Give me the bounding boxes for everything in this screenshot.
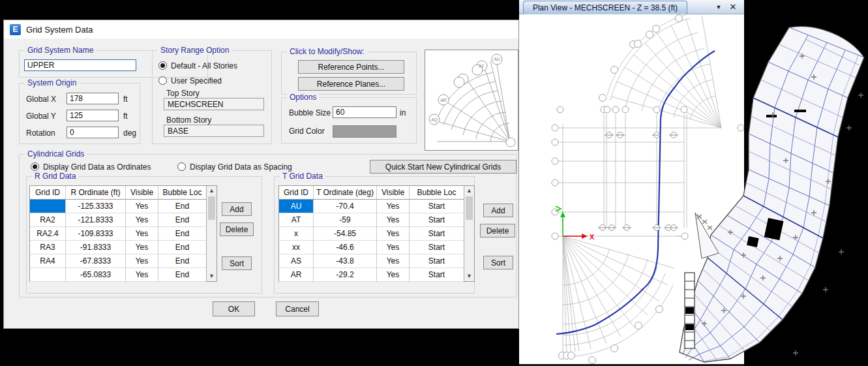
preview-bubble-at: AT (479, 64, 485, 69)
preview-bubble-au: AU (494, 57, 500, 61)
t-grid-delete-button[interactable]: Delete (480, 224, 515, 237)
story-range-label: Story Range Option (158, 46, 232, 55)
scrollbar-thumb[interactable] (208, 196, 215, 220)
display-ordinates-label: Display Grid Data as Ordinates (43, 162, 151, 172)
scroll-down-icon[interactable]: ▼ (207, 271, 217, 281)
default-all-stories-radio[interactable] (158, 61, 167, 70)
cylindrical-grids-group: Cylindrical Grids Display Grid Data as O… (19, 154, 517, 297)
user-specified-radio[interactable] (158, 76, 167, 85)
rotation-input[interactable]: 0 (67, 127, 119, 138)
r-grid-header-row: Grid ID R Ordinate (ft) Visible Bubble L… (30, 186, 217, 200)
table-row[interactable]: xx -46.6 Yes Start (279, 241, 474, 254)
t-col-bubble-loc: Bubble Loc (410, 186, 464, 199)
table-row[interactable]: RA3 -91.8333 Yes End (30, 241, 217, 254)
ok-button[interactable]: OK (213, 301, 255, 316)
t-grid-header-row: Grid ID T Ordinate (deg) Visible Bubble … (279, 186, 474, 200)
r-grid-label: R Grid Data (32, 172, 78, 181)
plan-view-title-tab[interactable]: Plan View - MECHSCREEN - Z = 38.5 (ft) (523, 1, 687, 14)
table-row[interactable]: RA4 -67.8333 Yes End (30, 254, 217, 268)
reference-points-button[interactable]: Reference Points... (298, 60, 404, 74)
table-row[interactable]: RA2.4 -109.8333 Yes End (30, 227, 217, 241)
bubble-size-label: Bubble Size (289, 108, 331, 117)
t-col-visible: Visible (377, 186, 410, 199)
scroll-down-icon[interactable]: ▼ (464, 271, 474, 281)
table-row[interactable]: AR -29.2 Yes Start (279, 268, 474, 282)
scroll-up-icon[interactable]: ▲ (464, 186, 474, 196)
x-axis-label: X (590, 233, 595, 241)
origin-axes: X (556, 206, 595, 241)
t-grid-table[interactable]: Grid ID T Ordinate (deg) Visible Bubble … (278, 185, 475, 282)
quick-start-button[interactable]: Quick Start New Cylindrical Grids (370, 160, 516, 174)
r-col-visible: Visible (126, 186, 158, 199)
bottom-story-label: Bottom Story (166, 115, 211, 125)
cylindrical-grids-label: Cylindrical Grids (25, 149, 87, 159)
system-origin-label: System Origin (25, 78, 79, 87)
r-col-ordinate: R Ordinate (ft) (66, 186, 126, 199)
display-ordinates-radio[interactable] (31, 162, 39, 171)
r-grid-delete-button[interactable]: Delete (220, 222, 254, 236)
display-spacing-radio[interactable] (177, 162, 186, 171)
r-col-grid-id: Grid ID (30, 186, 66, 199)
display-spacing-label: Display Grid Data as Spacing (190, 162, 292, 172)
r-grid-sort-button[interactable]: Sort (222, 256, 252, 270)
grid-color-label: Grid Color (289, 127, 325, 136)
structure-shell (680, 26, 864, 362)
t-grid-scrollbar[interactable]: ▲ ▼ (464, 186, 474, 281)
global-y-input[interactable]: 125 (67, 110, 119, 121)
options-label: Options (287, 93, 319, 102)
global-x-input[interactable]: 178 (67, 93, 119, 104)
default-all-stories-label: Default - All Stories (171, 61, 237, 70)
table-row[interactable]: x -54.85 Yes Start (279, 227, 474, 241)
structure-3d-view[interactable] (665, 0, 868, 366)
modify-show-group: Click to Modify/Show: Reference Points..… (281, 52, 417, 95)
t-grid-label: T Grid Data (280, 172, 325, 181)
bubble-size-input[interactable]: 60 (333, 106, 397, 118)
global-y-unit: ft (123, 112, 128, 121)
top-story-label: Top Story (166, 89, 200, 98)
rotation-unit: deg (123, 129, 136, 138)
global-x-unit: ft (123, 95, 128, 104)
t-grid-group: T Grid Data Grid ID T Ordinate (deg) Vis… (274, 176, 475, 294)
r-col-bubble-loc: Bubble Loc (158, 186, 206, 199)
r-grid-add-button[interactable]: Add (222, 202, 252, 216)
t-col-grid-id: Grid ID (279, 186, 314, 199)
top-story-value[interactable]: MECHSCREEN (164, 98, 264, 110)
grid-system-data-dialog: E Grid System Data Grid System Name UPPE… (3, 20, 519, 329)
r-grid-group: R Grid Data Grid ID R Ordinate (ft) Visi… (26, 176, 262, 294)
table-row[interactable]: AT -59 Yes Start (279, 213, 474, 227)
r-grid-table[interactable]: Grid ID R Ordinate (ft) Visible Bubble L… (29, 185, 217, 282)
preview-bubble-aq: AQ (431, 117, 438, 123)
etabs-app-icon: E (10, 24, 21, 35)
t-col-ordinate: T Ordinate (deg) (314, 186, 377, 199)
grid-preview-panel: AU AT AR AQ (425, 50, 518, 151)
scrollbar-thumb[interactable] (466, 196, 473, 220)
bottom-story-value[interactable]: BASE (164, 125, 264, 137)
grid-system-name-input[interactable]: UPPER (24, 59, 136, 71)
global-x-label: Global X (26, 95, 56, 104)
bubble-size-unit: in (400, 108, 406, 117)
preview-bubble-ar: AR (440, 98, 447, 102)
t-grid-add-button[interactable]: Add (483, 204, 513, 217)
modify-show-label: Click to Modify/Show: (287, 47, 367, 56)
table-row[interactable]: AS -43.8 Yes Start (279, 254, 474, 268)
grid-color-swatch[interactable] (333, 125, 397, 138)
t-grid-sort-button[interactable]: Sort (483, 256, 513, 269)
table-row[interactable]: AU -70.4 Yes Start (279, 200, 474, 213)
stair-strip (685, 273, 695, 348)
table-row[interactable]: -65.0833 Yes End (30, 268, 217, 282)
grid-system-name-label: Grid System Name (25, 46, 96, 55)
user-specified-label: User Specified (171, 76, 222, 85)
rotation-label: Rotation (26, 129, 55, 138)
r-grid-scrollbar[interactable]: ▲ ▼ (206, 186, 217, 281)
table-row[interactable]: RA2 -121.8333 Yes End (30, 213, 217, 227)
table-row[interactable]: -125.3333 Yes End (30, 200, 217, 213)
global-y-label: Global Y (26, 112, 56, 121)
dialog-titlebar[interactable]: E Grid System Data (4, 20, 518, 38)
dialog-title: Grid System Data (26, 25, 93, 35)
scroll-up-icon[interactable]: ▲ (207, 186, 217, 196)
reference-planes-button[interactable]: Reference Planes... (298, 77, 404, 91)
grid-preview-drawing: AU AT AR AQ (425, 50, 518, 150)
options-group: Options Bubble Size 60 in Grid Color (281, 97, 417, 144)
story-range-group: Story Range Option Default - All Stories… (152, 50, 272, 144)
cancel-button[interactable]: Cancel (276, 301, 319, 316)
